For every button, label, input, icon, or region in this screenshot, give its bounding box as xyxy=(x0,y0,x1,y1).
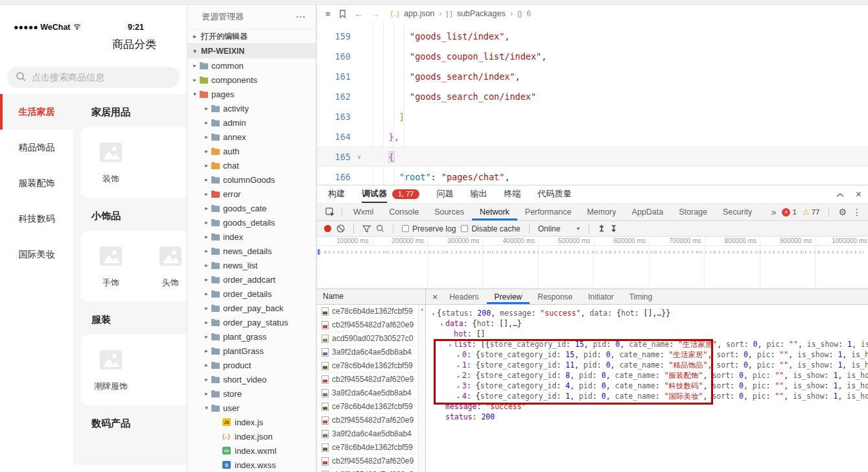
chevron-right-icon[interactable]: ▸ xyxy=(191,77,199,83)
chevron-right-icon[interactable]: ▸ xyxy=(202,176,211,183)
open-editors-section[interactable]: ▸ 打开的编辑器 xyxy=(187,29,316,43)
close-panel-icon[interactable]: × xyxy=(856,190,862,199)
code-line[interactable]: 159 "goods_list/index", xyxy=(317,26,868,46)
export-har-icon[interactable]: ↧ xyxy=(610,224,617,233)
close-detail-icon[interactable]: × xyxy=(432,289,438,304)
goods-item[interactable]: 装饰 xyxy=(81,143,141,185)
code-line[interactable]: 163 ] xyxy=(317,106,868,126)
preview-line[interactable]: ▸4: {store_category_id: 1, pid: 0, cate_… xyxy=(426,391,868,401)
tree-item-short_video[interactable]: ▸short_video xyxy=(187,372,316,386)
import-har-icon[interactable]: ↥ xyxy=(598,224,605,233)
detail-tab-Headers[interactable]: Headers xyxy=(441,289,486,304)
chevron-right-icon[interactable]: ▸ xyxy=(202,119,211,126)
chevron-right-icon[interactable]: ▸ xyxy=(202,305,211,311)
clear-icon[interactable] xyxy=(336,224,345,233)
network-overview[interactable] xyxy=(317,246,868,289)
preview-line[interactable]: ▸0: {store_category_id: 15, pid: 0, cate… xyxy=(426,349,868,360)
devtools-tab-Sources[interactable]: Sources xyxy=(427,204,472,220)
breadcrumb[interactable]: {..}app.json›[ ]subPackages›{}6 xyxy=(391,9,532,18)
chevron-right-icon[interactable]: ▸ xyxy=(202,148,211,154)
tree-item-store[interactable]: ▸store xyxy=(187,386,316,401)
tree-item-admin[interactable]: ▸admin xyxy=(187,115,316,130)
chevron-right-icon[interactable]: ▸ xyxy=(191,62,199,69)
request-row[interactable]: 3a9f2da6c4ae5db8ab4 xyxy=(317,346,425,359)
warning-count[interactable]: ⚠ 77 xyxy=(803,207,820,217)
tree-item-activity[interactable]: ▸activity xyxy=(187,101,316,115)
error-count[interactable]: × 1 xyxy=(782,208,796,217)
preview-line[interactable]: ▾list: [{store_category_id: 15, pid: 0, … xyxy=(426,339,868,349)
tree-item-chat[interactable]: ▸chat xyxy=(187,158,316,172)
chevron-right-icon[interactable]: ▸ xyxy=(202,219,211,226)
chevron-right-icon[interactable]: ▸ xyxy=(202,319,211,325)
throttling-select[interactable]: Online ▼ xyxy=(538,224,581,233)
overflow-tabs-icon[interactable]: » xyxy=(771,207,777,217)
tree-item-index.wxml[interactable]: <>index.wxml xyxy=(187,443,316,458)
tree-item-index[interactable]: ▸index xyxy=(187,230,316,244)
bookmark-icon[interactable] xyxy=(339,10,346,18)
chevron-right-icon[interactable]: ▸ xyxy=(202,134,211,140)
detail-tab-Initiator[interactable]: Initiator xyxy=(580,289,621,304)
tree-item-product[interactable]: ▸product xyxy=(187,358,316,372)
chevron-down-icon[interactable]: ▾ xyxy=(191,91,199,97)
tree-item-news_details[interactable]: ▸news_details xyxy=(187,244,316,258)
devtools-tab-Wxml[interactable]: Wxml xyxy=(346,204,381,220)
code-line[interactable]: 164 }, xyxy=(317,126,868,147)
nav-forward-icon[interactable]: → xyxy=(371,9,380,19)
inspect-element-icon[interactable] xyxy=(325,204,335,220)
panel-tab-代码质量[interactable]: 代码质量 xyxy=(537,185,571,203)
chevron-right-icon[interactable]: ▸ xyxy=(202,290,211,297)
detail-tab-Timing[interactable]: Timing xyxy=(622,289,661,304)
request-row[interactable]: cb2f9455482d7af620e9 xyxy=(317,454,425,468)
chevron-right-icon[interactable]: ▸ xyxy=(455,372,462,381)
code-line[interactable]: 162 "goods_search_con/index" xyxy=(317,86,868,106)
project-root[interactable]: ▾ MP-WEIXIN xyxy=(187,43,316,58)
panel-tab-问题[interactable]: 问题 xyxy=(436,185,453,203)
chevron-right-icon[interactable]: ▸ xyxy=(202,262,211,268)
tree-item-order_addcart[interactable]: ▸order_addcart xyxy=(187,272,316,287)
sidebar-category[interactable]: 生活家居 xyxy=(0,94,73,130)
settings-gear-icon[interactable]: ⚙ xyxy=(838,207,847,217)
code-area[interactable]: 159 "goods_list/index",160 "goods_coupon… xyxy=(317,22,868,185)
chevron-down-icon[interactable]: ▾ xyxy=(430,309,437,318)
chevron-down-icon[interactable]: ▾ xyxy=(447,340,454,349)
request-row[interactable]: cb2f9455482d7af620e9 xyxy=(317,318,425,332)
devtools-tab-Memory[interactable]: Memory xyxy=(579,204,624,220)
panel-tab-输出[interactable]: 输出 xyxy=(470,185,487,203)
tree-item-goods_cate[interactable]: ▸goods_cate xyxy=(187,201,316,215)
chevron-right-icon[interactable]: ▸ xyxy=(202,348,211,354)
tree-item-common[interactable]: ▸common xyxy=(187,58,316,73)
goods-item[interactable]: 头饰 xyxy=(141,246,187,289)
chevron-right-icon[interactable]: ▸ xyxy=(202,276,211,283)
sidebar-category[interactable]: 服装配饰 xyxy=(0,165,73,201)
code-line[interactable]: 166 "root": "pages/chat", xyxy=(317,167,868,185)
request-row[interactable]: cb2f9455482d7af620e9 xyxy=(317,373,425,386)
request-row[interactable]: 3a9f2da6c4ae5db8ab4 xyxy=(317,427,425,441)
devtools-tab-Network[interactable]: Network xyxy=(472,204,517,220)
chevron-right-icon[interactable]: ▸ xyxy=(455,382,462,391)
tree-item-index.wxss[interactable]: Sindex.wxss xyxy=(187,458,316,472)
chevron-right-icon[interactable]: ▸ xyxy=(455,392,462,401)
detail-tab-Response[interactable]: Response xyxy=(530,289,580,304)
request-list-scrollbar[interactable]: ▴ xyxy=(418,305,425,472)
preview-line[interactable]: ▸3: {store_category_id: 4, pid: 0, cate_… xyxy=(426,381,868,391)
tree-item-pages[interactable]: ▾pages xyxy=(187,87,316,101)
detail-tab-Preview[interactable]: Preview xyxy=(487,289,530,304)
panel-tab-构建[interactable]: 构建 xyxy=(328,185,345,203)
search-input[interactable]: 点击搜索商品信息 xyxy=(7,67,180,88)
tree-item-plantGrass[interactable]: ▸plantGrass xyxy=(187,344,316,358)
chevron-down-icon[interactable]: ▾ xyxy=(438,320,445,329)
tree-item-error[interactable]: ▸error xyxy=(187,187,316,201)
chevron-right-icon[interactable]: ▸ xyxy=(202,233,211,240)
tree-item-components[interactable]: ▸components xyxy=(187,73,316,87)
request-row[interactable]: cb2f9455482d7af620e9 xyxy=(317,468,425,472)
devtools-tab-Security[interactable]: Security xyxy=(715,204,760,220)
tree-item-plant_grass[interactable]: ▸plant_grass xyxy=(187,329,316,344)
chevron-right-icon[interactable]: ▸ xyxy=(202,162,211,169)
request-row[interactable]: ce78c6b4de1362fcbf59 xyxy=(317,400,425,414)
request-row[interactable]: ce78c6b4de1362fcbf59 xyxy=(317,441,425,454)
search-network-icon[interactable] xyxy=(376,224,384,233)
preview-line[interactable]: status: 200 xyxy=(426,412,868,422)
preview-line[interactable]: ▾data: {hot: [],…} xyxy=(426,318,868,329)
goods-item[interactable]: 手饰 xyxy=(81,246,141,289)
tree-item-order_pay_back[interactable]: ▸order_pay_back xyxy=(187,301,316,315)
